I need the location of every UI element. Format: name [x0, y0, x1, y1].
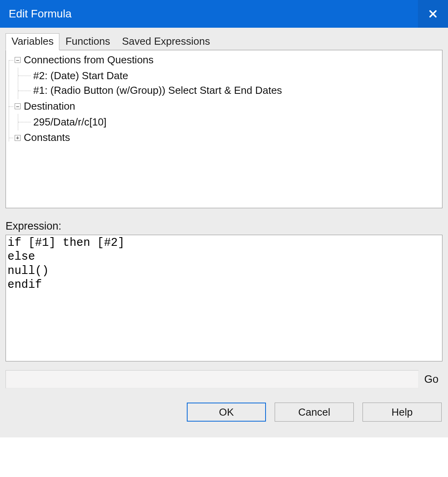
titlebar: Edit Formula — [0, 0, 448, 28]
variables-pane[interactable]: − Connections from Questions #2: (Date) … — [6, 50, 442, 208]
close-icon — [429, 10, 437, 18]
collapse-icon[interactable]: − — [15, 103, 21, 109]
ok-button[interactable]: OK — [187, 403, 266, 422]
tree-node-label: 295/Data/r/c[10] — [33, 115, 106, 130]
expand-icon[interactable]: + — [15, 135, 21, 141]
variable-tree: − Connections from Questions #2: (Date) … — [15, 53, 438, 145]
dialog-buttons: OK Cancel Help — [6, 403, 442, 437]
tree-node-label: #2: (Date) Start Date — [33, 68, 128, 84]
edit-formula-dialog: Edit Formula Variables Functions Saved E… — [0, 0, 448, 437]
tab-saved-expressions[interactable]: Saved Expressions — [116, 33, 216, 50]
tabs-bar: Variables Functions Saved Expressions — [6, 33, 442, 50]
tree-node-constants[interactable]: + Constants — [15, 130, 438, 145]
window-title: Edit Formula — [9, 8, 72, 20]
tab-functions[interactable]: Functions — [59, 33, 116, 50]
tree-node-label: Constants — [24, 130, 70, 145]
help-button[interactable]: Help — [363, 403, 442, 422]
close-button[interactable] — [418, 0, 448, 28]
tree-leaf[interactable]: #2: (Date) Start Date — [33, 68, 438, 84]
expression-input[interactable] — [6, 235, 442, 361]
tree-leaf[interactable]: 295/Data/r/c[10] — [33, 115, 438, 130]
cancel-button[interactable]: Cancel — [275, 403, 354, 422]
go-input[interactable] — [6, 370, 419, 388]
go-row: Go — [6, 370, 442, 388]
tree-node-destination[interactable]: − Destination — [15, 99, 438, 114]
tab-variables[interactable]: Variables — [6, 33, 59, 50]
collapse-icon[interactable]: − — [15, 57, 21, 63]
tree-node-label: Destination — [24, 99, 75, 114]
expression-label: Expression: — [6, 220, 442, 232]
tree-node-connections[interactable]: − Connections from Questions — [15, 53, 438, 68]
tree-node-label: #1: (Radio Button (w/Group)) Select Star… — [33, 83, 282, 98]
tree-leaf[interactable]: #1: (Radio Button (w/Group)) Select Star… — [33, 83, 438, 98]
tree-node-label: Connections from Questions — [24, 53, 154, 68]
go-button[interactable]: Go — [424, 373, 442, 386]
dialog-body: Variables Functions Saved Expressions − … — [0, 28, 448, 437]
